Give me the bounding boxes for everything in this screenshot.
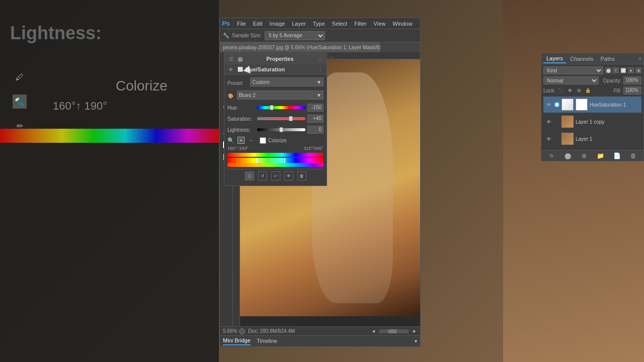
channel-dropdown[interactable]: Blues 2 ▼ [237, 90, 324, 100]
menu-type[interactable]: Type [310, 20, 328, 28]
document-tab[interactable]: pexels-pixabay-206557.jpg @ 5.66% (Hue/S… [220, 42, 381, 52]
hue-value[interactable]: -150 [307, 104, 324, 112]
refresh-icon[interactable]: ↺ [258, 171, 267, 180]
opacity-label: Opacity: [603, 78, 621, 83]
menu-layer[interactable]: Layer [289, 20, 309, 28]
layer-mask-btn[interactable]: ⬤ [564, 151, 573, 160]
layer-kind-icon5[interactable]: ⊕ [635, 67, 641, 73]
layer-item-copy[interactable]: 👁 Layer 1 copy [543, 114, 641, 130]
lock-all-icon[interactable]: 🔒 [585, 87, 592, 94]
scroll-arrow-left[interactable]: ◄ [371, 328, 376, 334]
properties-subheader: ⊕ ⬜ Hue/Saturation ⋮ [224, 64, 327, 74]
mode-opacity-row: Normal Opacity: 100% [543, 76, 641, 84]
eyedropper-sample-icon[interactable]: 🔍 [227, 137, 234, 144]
kind-select[interactable]: Kind [543, 66, 603, 74]
saturation-value[interactable]: +40 [307, 115, 324, 123]
menu-file[interactable]: File [234, 20, 249, 28]
scroll-arrow-right[interactable]: ► [412, 328, 417, 334]
adjustment-icon: ⊕ [227, 66, 234, 73]
hue-slider[interactable] [257, 106, 305, 109]
fill-label: Fill: [613, 88, 621, 94]
zoom-display: 5.66% [223, 328, 245, 334]
channel-icon: 🎨 [227, 93, 234, 100]
paths-tab[interactable]: Paths [598, 55, 618, 63]
layer-item-1[interactable]: 👁 Layer 1 [543, 131, 641, 147]
eyedropper-remove-icon[interactable]: − [248, 137, 255, 144]
layer-adj-btn[interactable]: ⊕ [580, 151, 589, 160]
layers-panel: Layers Channels Paths ≡ Kind ⬤ T ⬜ ♦ ⊕ N… [541, 53, 644, 161]
layers-body: Kind ⬤ T ⬜ ♦ ⊕ Normal Opacity: 100% Lock… [541, 64, 643, 150]
lock-fill-row: Lock: ⬛ ✥ ⊞ 🔒 Fill: 100% [543, 86, 641, 95]
colorize-label: Colorize [268, 138, 287, 143]
preset-dropdown[interactable]: Custom ▼ [250, 77, 324, 86]
properties-panel: ☰ ⬤ Properties − ⊕ ⬜ Hue/Saturation ⋮ Pr… [224, 53, 327, 186]
layer-fx-btn[interactable]: fx [547, 151, 556, 160]
panel-menu-icon[interactable]: ☰ [227, 55, 234, 62]
preview-icon[interactable]: 👁 [284, 171, 293, 180]
mode-select[interactable]: Normal [543, 76, 599, 84]
colorize-checkbox[interactable] [260, 137, 266, 144]
preset-label: Preset: [227, 80, 248, 86]
scrollbar-horizontal[interactable] [379, 329, 409, 333]
menu-image[interactable]: Image [267, 20, 288, 28]
menu-window[interactable]: Window [389, 20, 415, 28]
zoom-circle-icon [239, 328, 245, 334]
sample-size-select[interactable]: 5 by 5 Average [265, 31, 325, 40]
layer-kind-icon1[interactable]: ⬤ [605, 67, 611, 73]
saturation-slider[interactable] [257, 117, 305, 120]
layer-thumb-hue [561, 99, 574, 111]
range-bar[interactable] [227, 158, 324, 163]
layer-visibility-3[interactable]: 👁 [545, 135, 552, 142]
lock-position-icon[interactable]: ✥ [567, 87, 574, 94]
layer-delete-btn[interactable]: 🗑 [629, 151, 638, 160]
layers-tab[interactable]: Layers [543, 54, 566, 63]
channels-tab[interactable]: Channels [567, 55, 596, 63]
layer-item-hue-sat[interactable]: 👁 ⬤ HueSaturation 1 [543, 97, 641, 113]
layer-group-btn[interactable]: 📁 [596, 151, 605, 160]
layer-name-copy: Layer 1 copy [576, 119, 639, 125]
opacity-value[interactable]: 100% [623, 76, 641, 84]
bg-colorize-text: Colorize [116, 78, 168, 94]
layer-visibility-1[interactable]: 👁 [545, 101, 552, 108]
lightness-slider[interactable] [257, 128, 305, 131]
lightness-value[interactable]: 0 [307, 126, 324, 134]
layers-panel-menu[interactable]: ≡ [638, 56, 641, 61]
layers-bottom-bar: fx ⬤ ⊕ 📁 📄 🗑 [541, 150, 643, 161]
properties-panel-header[interactable]: ☰ ⬤ Properties − [224, 53, 327, 64]
hue-label: Hue: [227, 105, 255, 111]
fill-value[interactable]: 100% [623, 86, 641, 95]
layer-thumb-copy [561, 116, 574, 128]
lock-artboard-icon[interactable]: ⊞ [576, 87, 583, 94]
layer-kind-icon2[interactable]: T [613, 67, 619, 73]
saturation-thumb[interactable] [289, 116, 293, 121]
layer-name-hue-sat: HueSaturation 1 [590, 102, 639, 108]
menu-select[interactable]: Select [329, 20, 351, 28]
delete-icon[interactable]: 🗑 [297, 171, 306, 180]
layer-kind-icon3[interactable]: ⬜ [620, 67, 626, 73]
menu-filter[interactable]: Filter [351, 20, 369, 28]
layer-visibility-2[interactable]: 👁 [545, 118, 552, 125]
panel-settings-icon[interactable]: ⋮ [316, 66, 324, 73]
options-bar: 🔧 Sample Size: 5 by 5 Average [220, 29, 420, 42]
panel-circle-icon[interactable]: ⬤ [236, 55, 244, 62]
mini-bridge-tab[interactable]: Mini Bridge [223, 337, 251, 345]
ruler-tick-7: 7 [331, 56, 346, 59]
panel-collapse-icon[interactable]: − [316, 55, 324, 62]
lock-pixels-icon[interactable]: ⬛ [557, 87, 565, 94]
lightness-row: Lightness: 0 [227, 126, 324, 134]
hue-thumb[interactable] [270, 105, 274, 110]
lightness-thumb[interactable] [279, 127, 283, 132]
eyedropper-add-icon[interactable]: + [237, 137, 245, 144]
menu-view[interactable]: View [371, 20, 389, 28]
layer-kind-icon4[interactable]: ♦ [628, 67, 634, 73]
layer-new-btn[interactable]: 📄 [612, 151, 621, 160]
mini-bridge-close[interactable]: ▾ [415, 338, 417, 344]
menu-edit[interactable]: Edit [250, 20, 266, 28]
layer-link-1: ⬤ [554, 102, 559, 107]
clip-icon[interactable]: ⊡ [245, 171, 254, 180]
revert-icon[interactable]: ↩ [271, 171, 280, 180]
kind-row: Kind ⬤ T ⬜ ♦ ⊕ [543, 66, 641, 74]
bg-degree-text: 160°↑ 190° [53, 100, 107, 113]
saturation-label: Saturation: [227, 116, 255, 122]
timeline-tab[interactable]: Timeline [257, 338, 277, 345]
